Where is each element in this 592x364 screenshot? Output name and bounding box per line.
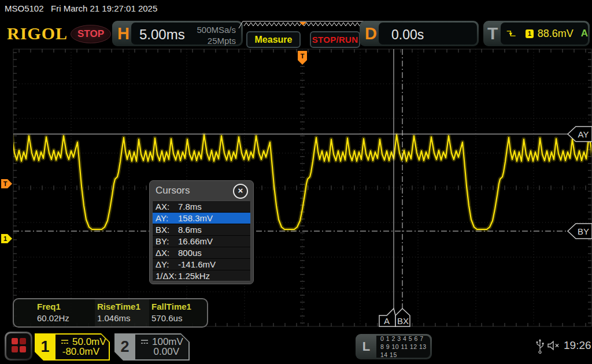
cursor-readout-list: AX:7.8msAY:158.3mVBX:8.6msBY:16.66mVΔX:8…	[152, 200, 251, 281]
measurement-value: 570.6us	[151, 313, 204, 323]
measurement-label: RiseTime1	[97, 302, 147, 311]
cursor-tag-ay-label: AY	[578, 129, 589, 139]
measurement-value: 1.046ms	[97, 313, 147, 323]
channel-2-offset: 0.00V	[154, 346, 179, 358]
cursor-tag-a-label: A	[384, 316, 390, 326]
cursor-row-value: 158.3mV	[178, 213, 213, 224]
channel-1-number: 1	[35, 333, 56, 361]
cursor-row-label: ΔY:	[156, 259, 169, 270]
cursor-row-label: ΔX:	[156, 247, 169, 258]
measurement-falltime1: FallTime1570.6us	[151, 302, 204, 324]
dc-coupling-icon	[140, 339, 149, 346]
measurements-panel[interactable]: Freq160.02HzRiseTime11.046msFallTime1570…	[13, 298, 208, 328]
cursor-tag-bx-label: BX	[397, 316, 409, 326]
cursor-row-value: 8.6ms	[178, 224, 202, 235]
cursor-tag-by-label: BY	[578, 226, 589, 236]
cursor-row-ax[interactable]: AX:7.8ms	[153, 201, 250, 213]
measurement-label: Freq1	[37, 302, 92, 311]
cursor-row-y[interactable]: ΔY:-141.6mV	[153, 259, 250, 270]
cursor-row-label: 1/ΔX:	[156, 270, 177, 281]
oscilloscope-screen: AYBYABXTT1 MSO5102 Fri March 21 19:27:01…	[0, 0, 592, 364]
channel-2-number: 2	[114, 333, 135, 361]
cursor-row-x[interactable]: ΔX:800us	[153, 247, 250, 259]
ch1-position-marker-label: 1	[3, 235, 7, 242]
close-icon[interactable]: ×	[233, 184, 248, 199]
channel-1-panel[interactable]: 1 50.0mV -80.0mV	[35, 333, 110, 361]
measurement-value: 60.02Hz	[37, 313, 92, 323]
cursor-row-value: 1.25kHz	[178, 270, 210, 281]
cursor-row-value: 7.8ms	[178, 201, 202, 212]
measurement-risetime1: RiseTime11.046ms	[95, 299, 149, 326]
dc-coupling-icon	[60, 339, 69, 346]
cursor-row-value: -141.6mV	[178, 259, 216, 270]
cursors-popup-title: Cursors	[156, 185, 190, 196]
trigger-level-marker-label: T	[3, 180, 8, 187]
cursor-row-label: AY:	[156, 213, 168, 224]
channel-1-offset: -80.0mV	[62, 346, 99, 358]
cursor-row-bx[interactable]: BX:8.6ms	[153, 224, 250, 236]
cursor-row-by[interactable]: BY:16.66mV	[153, 236, 250, 247]
cursor-row-1x[interactable]: 1/ΔX:1.25kHz	[153, 270, 250, 281]
measurement-freq1: Freq160.02Hz	[37, 302, 92, 324]
cursor-row-value: 800us	[178, 247, 202, 258]
cursor-row-label: AX:	[156, 201, 169, 212]
cursor-row-label: BY:	[156, 236, 169, 247]
cursor-row-value: 16.66mV	[178, 236, 213, 247]
cursor-row-label: BX:	[156, 224, 169, 235]
channel-2-panel[interactable]: 2 100mV 0.00V	[114, 333, 190, 361]
measurement-label: FallTime1	[151, 302, 204, 311]
trigger-position-marker-label: T	[301, 53, 305, 60]
cursors-popup: Cursors × AX:7.8msAY:158.3mVBX:8.6msBY:1…	[149, 180, 254, 284]
ch1-waveform-glow	[6, 135, 592, 229]
cursor-row-ay[interactable]: AY:158.3mV	[153, 213, 250, 224]
